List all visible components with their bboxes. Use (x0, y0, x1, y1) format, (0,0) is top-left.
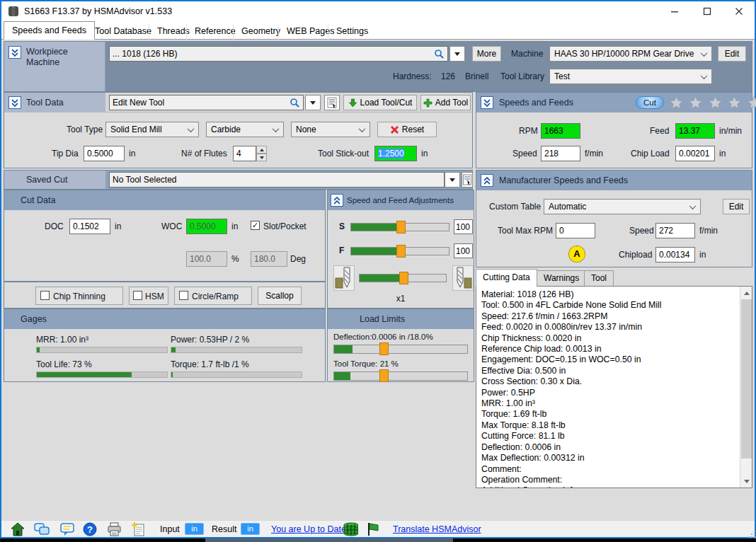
hsm-checkbox[interactable] (133, 291, 142, 300)
slot-pocket-checkbox[interactable]: ✓ (251, 221, 260, 230)
print-icon[interactable] (106, 522, 122, 536)
tool-list-picker-button[interactable] (324, 95, 340, 110)
tab-settings[interactable]: Settings (328, 23, 376, 40)
woc-percent-field[interactable]: 100.0 (186, 251, 227, 267)
collapse-speeds-feeds-button[interactable] (481, 96, 493, 109)
star-icon[interactable] (708, 96, 723, 110)
star-icon[interactable] (747, 96, 756, 110)
home-icon[interactable] (10, 522, 25, 536)
flutes-spinner[interactable] (256, 146, 267, 161)
spin-up-icon[interactable] (256, 146, 267, 154)
slider-handle[interactable] (396, 245, 406, 258)
material-dropdown-button[interactable] (449, 46, 465, 62)
star-icon[interactable] (669, 96, 684, 110)
spin-down-icon[interactable] (256, 154, 267, 161)
cutting-data-text[interactable]: Material: 1018 (126 HB) Tool: 0.500 in 4… (476, 286, 752, 488)
chipload-input[interactable] (655, 247, 695, 263)
custom-table-select[interactable]: Automatic (544, 199, 701, 214)
scrollbar[interactable] (740, 287, 752, 488)
saved-cut-picker-button[interactable] (462, 172, 473, 188)
doc-input[interactable] (69, 219, 110, 234)
tool-name-field[interactable]: Edit New Tool (109, 95, 304, 110)
circle-ramp-toggle[interactable]: Circle/Ramp (174, 287, 252, 305)
minimize-button[interactable] (658, 1, 690, 21)
engage-angle-field[interactable]: 180.0 (251, 251, 287, 267)
f-value-input[interactable] (454, 243, 473, 258)
stickout-field[interactable]: 1.2500 (374, 146, 417, 161)
speed-adjust-slider[interactable] (350, 223, 449, 231)
deflection-limit-slider[interactable] (333, 345, 468, 354)
workpiece-material-field[interactable]: ... 1018 (126 HB) (109, 46, 448, 62)
tab-speeds-and-feeds[interactable]: Speeds and Feeds (4, 21, 95, 40)
desktop: S1663 F13.37 by HSMAdvisor v1.533 Speeds… (0, 0, 756, 542)
tool-material-select[interactable]: Carbide (206, 122, 284, 137)
translate-link[interactable]: Translate HSMAdvisor (393, 524, 481, 534)
collapse-adjustments-button[interactable] (331, 194, 343, 207)
info-line: Deflection: 0.0006 in (481, 442, 735, 453)
tool-library-select[interactable]: Test (549, 69, 712, 84)
tip-dia-input[interactable] (84, 146, 125, 161)
rpm-input[interactable] (541, 123, 580, 139)
slider-handle[interactable] (396, 221, 406, 233)
scroll-down-button[interactable] (741, 475, 752, 487)
chip-thinning-toggle[interactable]: Chip Thinning (35, 287, 123, 305)
database-icon[interactable] (343, 522, 358, 536)
scroll-thumb[interactable] (741, 299, 752, 459)
cut-mode-badge[interactable]: Cut (636, 96, 664, 109)
collapse-manufacturer-button[interactable] (481, 174, 493, 187)
woc-percent-unit: % (231, 254, 239, 264)
machine-edit-button[interactable]: Edit (718, 46, 746, 62)
saved-cut-field[interactable]: No Tool Selected (109, 172, 445, 188)
new-report-icon[interactable] (130, 522, 146, 536)
max-rpm-input[interactable] (556, 223, 595, 238)
star-icon[interactable] (727, 96, 742, 110)
feed-input[interactable] (675, 123, 715, 139)
warning-a-badge[interactable]: A (568, 246, 585, 263)
tab-tool[interactable]: Tool (584, 270, 614, 286)
load-tool-cut-button[interactable]: Load Tool/Cut (343, 95, 417, 110)
torque-gage-label: Torque: 1.7 ft-lb /1 % (171, 359, 249, 369)
tab-cutting-data[interactable]: Cutting Data (476, 269, 537, 287)
s-value-input[interactable] (454, 219, 473, 234)
chip-load-unit: in (719, 149, 726, 158)
torque-limit-slider[interactable] (333, 371, 468, 381)
star-icon[interactable] (688, 96, 703, 110)
slider-handle[interactable] (399, 272, 408, 284)
machine-select[interactable]: HAAS 30 HP/10000 RPM Gear Drive (549, 46, 712, 62)
slider-handle[interactable] (379, 369, 389, 382)
woc-field[interactable]: 0.5000 (186, 219, 227, 234)
input-units-badge[interactable]: in (185, 523, 204, 535)
resize-grip[interactable] (751, 534, 752, 535)
flag-icon[interactable] (365, 522, 381, 536)
saved-cut-dropdown-button[interactable] (445, 172, 460, 188)
update-status-link[interactable]: You are Up to Date (271, 524, 346, 534)
reset-button[interactable]: Reset (377, 122, 437, 137)
scroll-up-button[interactable] (741, 287, 752, 299)
chip-load-input[interactable] (675, 146, 715, 161)
feed-adjust-slider[interactable] (350, 247, 449, 255)
custom-table-edit-button[interactable]: Edit (723, 199, 750, 214)
maximize-button[interactable] (691, 1, 723, 21)
speed-input[interactable] (541, 146, 580, 161)
flutes-input[interactable] (233, 146, 256, 161)
tab-warnings[interactable]: Warnings (537, 270, 586, 286)
hsm-toggle[interactable]: HSM (129, 287, 168, 305)
circle-ramp-checkbox[interactable] (179, 291, 188, 300)
tool-coating-select[interactable]: None (291, 122, 370, 137)
aggressiveness-slider[interactable] (359, 274, 447, 282)
slider-handle[interactable] (379, 342, 389, 355)
collapse-tool-data-button[interactable] (8, 96, 21, 109)
mfr-speed-input[interactable] (655, 223, 695, 238)
tool-type-select[interactable]: Solid End Mill (105, 122, 199, 137)
more-button[interactable]: More (472, 46, 501, 62)
add-tool-button[interactable]: Add Tool (420, 95, 471, 110)
collapse-workpiece-button[interactable] (8, 46, 21, 59)
forum-icon[interactable] (34, 522, 50, 536)
close-button[interactable] (723, 1, 755, 21)
help-icon[interactable]: ? (82, 522, 98, 536)
scallop-button[interactable]: Scallop (258, 287, 302, 305)
chip-thinning-checkbox[interactable] (40, 291, 50, 300)
result-units-badge[interactable]: in (241, 523, 260, 535)
feedback-icon[interactable] (59, 522, 75, 536)
tool-name-dropdown-button[interactable] (305, 95, 321, 110)
